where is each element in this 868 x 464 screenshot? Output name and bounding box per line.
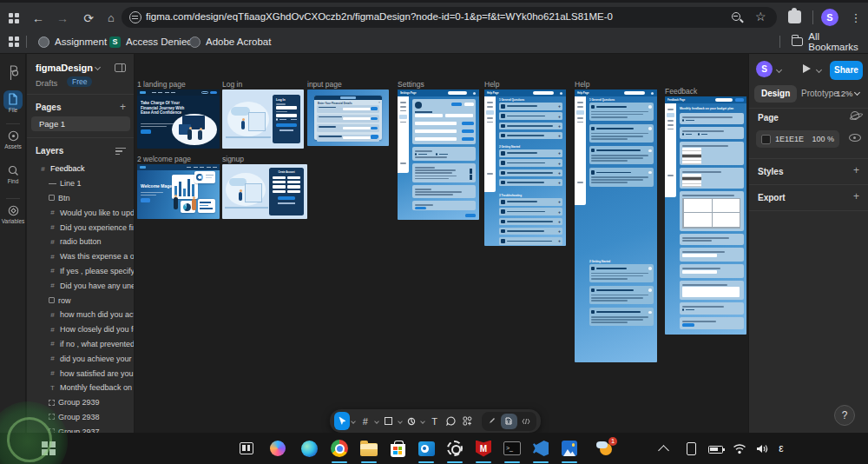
add-export-icon[interactable]: + bbox=[853, 190, 859, 202]
theme-icon[interactable] bbox=[850, 110, 861, 122]
frame-input-page[interactable]: × Enter Your Financial Details bbox=[307, 89, 389, 146]
rail-item-assets[interactable]: Assets bbox=[0, 130, 26, 149]
layer-row[interactable]: radio button bbox=[27, 235, 135, 249]
vscode-button[interactable] bbox=[530, 438, 551, 459]
layer-row[interactable]: Did you experience financial stres bbox=[27, 220, 135, 235]
layer-row[interactable]: Feedback bbox=[27, 162, 135, 176]
color-opacity[interactable]: 100 % bbox=[812, 135, 834, 143]
layer-row[interactable]: Group 2939 bbox=[27, 395, 135, 410]
phone-link-button[interactable] bbox=[681, 438, 701, 459]
help-button[interactable]: ? bbox=[834, 405, 855, 426]
layer-row[interactable]: if no , what prevented you from a bbox=[27, 337, 135, 352]
chevron-down-icon[interactable] bbox=[776, 67, 782, 73]
wifi-button[interactable] bbox=[729, 438, 750, 459]
shape-tool-menu[interactable] bbox=[397, 412, 403, 430]
draw-mode-button[interactable] bbox=[483, 414, 500, 429]
frame-label[interactable]: Settings bbox=[398, 80, 424, 89]
dev-mode-toggle[interactable] bbox=[501, 414, 517, 429]
file-explorer-button[interactable] bbox=[358, 438, 379, 459]
layer-row[interactable]: If yes , please specify the type an bbox=[27, 264, 135, 279]
rail-item-variables[interactable]: Variables bbox=[0, 205, 26, 224]
chrome-button[interactable] bbox=[329, 438, 350, 459]
copilot-button[interactable] bbox=[267, 438, 288, 459]
add-style-icon[interactable]: + bbox=[853, 164, 859, 176]
drafts-label[interactable]: Drafts bbox=[36, 78, 57, 88]
volume-button[interactable] bbox=[752, 438, 773, 459]
chevron-down-icon[interactable] bbox=[816, 67, 822, 73]
text-tool[interactable]: T bbox=[427, 412, 443, 430]
frame-help-collapsed[interactable]: Help Page 1 General Questions ++++ 2 Get… bbox=[484, 89, 566, 246]
move-tool-menu[interactable] bbox=[351, 412, 357, 430]
frame-label[interactable]: Log in bbox=[222, 80, 242, 89]
layer-row[interactable]: how satisfied are you with the fina bbox=[27, 366, 135, 381]
frame-help-expanded[interactable]: Help Page 1 General Questions 2 Getting … bbox=[575, 89, 657, 362]
layer-row[interactable]: Monthly feedback on your budget bbox=[27, 381, 135, 395]
profile-avatar[interactable]: S bbox=[821, 9, 838, 26]
add-page-icon[interactable]: + bbox=[120, 101, 126, 113]
window-menu-icon[interactable] bbox=[9, 13, 19, 23]
figma-logo-icon[interactable] bbox=[8, 65, 18, 81]
start-button[interactable] bbox=[38, 438, 59, 459]
present-icon[interactable] bbox=[803, 64, 811, 73]
frame-label[interactable]: 2 welcome page bbox=[137, 155, 191, 163]
user-avatar[interactable]: S bbox=[756, 61, 773, 77]
frame-label[interactable]: signup bbox=[222, 155, 244, 163]
frame-welcome-page[interactable]: Welcome Maged , bbox=[137, 164, 220, 219]
bookmark-access-denied[interactable]: S Access Denied bbox=[109, 34, 193, 50]
comment-tool[interactable] bbox=[444, 412, 459, 430]
all-bookmarks[interactable]: All Bookmarks bbox=[792, 34, 868, 50]
export-section-title[interactable]: Export bbox=[758, 193, 786, 202]
frame-login[interactable]: Log In bbox=[222, 89, 304, 149]
forward-icon[interactable]: → bbox=[54, 10, 71, 27]
edge-button[interactable] bbox=[299, 438, 319, 459]
layer-row[interactable]: Group 2938 bbox=[27, 410, 135, 425]
layer-row[interactable]: Did you have any unexpected exp bbox=[27, 278, 135, 293]
zoom-page-icon[interactable] bbox=[732, 12, 740, 21]
terminal-button[interactable]: >_ bbox=[502, 438, 523, 459]
bookmark-assignment[interactable]: Assignment bbox=[38, 34, 107, 50]
url-bar[interactable]: figma.com/design/eqTfiaagXGhdOvCXOczb2n/… bbox=[122, 7, 777, 28]
apps-grid-icon[interactable] bbox=[9, 36, 19, 47]
zoom-level[interactable]: 12% bbox=[836, 89, 859, 98]
bookmark-adobe-acrobat[interactable]: Adobe Acrobat bbox=[189, 34, 271, 50]
frame-tool-menu[interactable] bbox=[374, 412, 380, 430]
frame-label[interactable]: Help bbox=[575, 80, 589, 89]
layer-row[interactable]: How closely did you follow the bu bbox=[27, 322, 135, 337]
page-color-row[interactable]: 1E1E1E 100 % bbox=[756, 130, 839, 148]
layer-row[interactable]: did you achieve your saving goal bbox=[27, 351, 135, 366]
frame-settings[interactable]: Settings Page bbox=[398, 89, 479, 220]
store-button[interactable] bbox=[387, 438, 408, 459]
shape-tool[interactable] bbox=[380, 412, 396, 430]
frame-signup[interactable]: Create Account bbox=[222, 164, 307, 219]
layer-row[interactable]: Was this expense a one-time occ bbox=[27, 249, 135, 264]
figma-canvas[interactable]: 1 landing page Log in input page 2 welco… bbox=[135, 54, 748, 433]
layer-row[interactable]: Would you like to update your fina bbox=[27, 205, 135, 220]
layer-row[interactable]: how much did you actually spend bbox=[27, 308, 135, 322]
frame-label[interactable]: 1 landing page bbox=[137, 80, 186, 89]
pen-tool-menu[interactable] bbox=[420, 412, 426, 430]
actions-tool[interactable] bbox=[460, 412, 476, 430]
color-hex[interactable]: 1E1E1E bbox=[775, 135, 804, 143]
outlook-button[interactable] bbox=[416, 438, 437, 459]
tab-design[interactable]: Design bbox=[754, 85, 797, 103]
browser-menu-icon[interactable]: ⋮ bbox=[847, 10, 865, 27]
rail-item-file[interactable]: File bbox=[0, 93, 26, 113]
page-item-page1[interactable]: Page 1 bbox=[31, 116, 130, 131]
rail-item-find[interactable]: Find bbox=[0, 165, 26, 184]
frame-feedback[interactable]: Feedback Page Monthly feedback on your b… bbox=[665, 96, 746, 335]
photos-button[interactable] bbox=[559, 438, 580, 459]
file-name[interactable]: figmaDesign bbox=[36, 63, 100, 73]
minimize-panel-icon[interactable] bbox=[115, 63, 126, 72]
styles-section-title[interactable]: Styles bbox=[758, 167, 783, 176]
extensions-icon[interactable] bbox=[788, 10, 801, 23]
url-text[interactable]: figma.com/design/eqTfiaagXGhdOvCXOczb2n/… bbox=[146, 11, 745, 22]
tray-expand-button[interactable] bbox=[653, 438, 674, 459]
back-icon[interactable]: ← bbox=[30, 10, 47, 27]
frame-label[interactable]: input page bbox=[307, 80, 342, 89]
home-icon[interactable]: ⌂ bbox=[102, 10, 120, 27]
frame-label[interactable]: Feedback bbox=[665, 87, 697, 96]
layer-row[interactable]: Btn bbox=[27, 191, 135, 206]
task-view-button[interactable] bbox=[236, 438, 257, 459]
frame-landing-page[interactable]: Take Charge Of Your Financial Journey Wi… bbox=[137, 89, 220, 149]
frame-tool[interactable]: # bbox=[358, 412, 373, 430]
